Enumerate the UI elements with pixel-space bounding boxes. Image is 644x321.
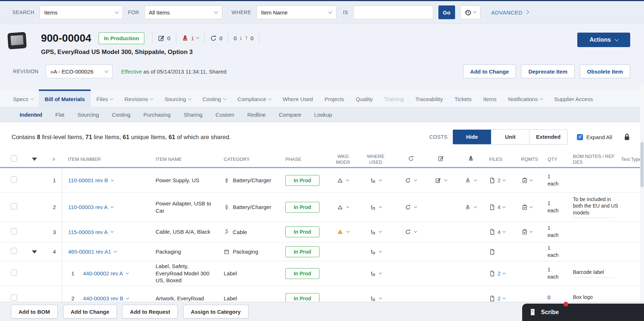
subtab-purchasing[interactable]: Purchasing [137, 112, 177, 118]
scrollbar-thumb[interactable] [640, 142, 644, 187]
where-used-cell[interactable] [355, 249, 396, 255]
tab-specs[interactable]: Specs [7, 89, 39, 107]
search-value-input[interactable] [353, 5, 433, 19]
subtab-sourcing[interactable]: Sourcing [71, 112, 106, 118]
requirements-cell[interactable] [518, 229, 546, 235]
tab-tickets[interactable]: Tickets [449, 89, 478, 107]
add-to-change-button[interactable]: Add to Change [63, 305, 117, 318]
tab-quality[interactable]: Quality [350, 89, 379, 107]
files-cell[interactable] [486, 249, 518, 255]
requirements-cell[interactable] [518, 178, 546, 183]
subtab-lookup[interactable]: Lookup [308, 112, 339, 118]
quantity-cell[interactable]: 1each [546, 173, 573, 187]
item-number-link[interactable]: 110-00001 rev B [68, 177, 108, 183]
row-checkbox[interactable] [11, 228, 17, 234]
tab-where-used[interactable]: Where Used [277, 89, 319, 107]
row-checkbox[interactable] [11, 203, 17, 209]
search-field-select[interactable]: Item Name [256, 5, 337, 19]
tab-traceability[interactable]: Traceability [409, 89, 449, 107]
tab-files[interactable]: Files [91, 89, 119, 107]
bom-notes-cell[interactable]: To be included in both the EU and US mod… [573, 196, 621, 218]
deprecate-item-button[interactable]: Deprecate Item [521, 64, 575, 78]
stamp-cell[interactable] [456, 178, 486, 183]
refresh-cell[interactable] [396, 204, 426, 210]
files-cell[interactable]: 2 [486, 295, 518, 301]
collapse-all-toggle[interactable] [32, 158, 37, 161]
stamp-cell[interactable] [456, 204, 486, 210]
lock-icon[interactable] [623, 133, 631, 141]
quantity-cell[interactable]: 1each [546, 245, 573, 259]
changes-indicator[interactable]: 0 [210, 35, 222, 42]
row-checkbox[interactable] [11, 270, 17, 276]
scribe-widget[interactable]: Scribe [522, 304, 644, 321]
working-mods-cell[interactable] [331, 204, 355, 210]
quantity-cell[interactable]: 1each [546, 225, 573, 239]
search-scope-select[interactable]: Items [40, 5, 123, 19]
redlines-indicator[interactable]: 0 [158, 35, 170, 42]
item-number-link[interactable]: 465-00001 rev A1 [68, 249, 111, 255]
collapse-row-toggle[interactable] [32, 250, 37, 254]
tab-projects[interactable]: Projects [319, 89, 350, 107]
refresh-cell[interactable] [396, 229, 426, 235]
bom-notes-cell[interactable]: Box logo [573, 294, 621, 303]
item-number-link[interactable]: 440-00002 rev A [83, 270, 123, 276]
costs-hide-button[interactable]: Hide [453, 130, 491, 144]
tab-items[interactable]: Items [478, 89, 503, 107]
subtab-custom[interactable]: Custom [209, 112, 241, 118]
select-all-checkbox[interactable] [11, 155, 17, 162]
where-used-cell[interactable] [355, 204, 396, 210]
where-used-cell[interactable] [355, 229, 396, 235]
where-used-cell[interactable] [355, 271, 396, 276]
files-cell[interactable]: 4 [486, 229, 518, 235]
files-cell[interactable]: 2 [486, 177, 518, 183]
tab-bill-of-materials[interactable]: Bill of Materials [39, 89, 91, 107]
edit-cell[interactable] [426, 178, 456, 183]
advanced-link[interactable]: ADVANCED [491, 9, 528, 16]
tab-notifications[interactable]: Notifications [502, 89, 548, 107]
expand-all-checkbox[interactable]: Expand All [577, 134, 612, 140]
approvals-indicator[interactable]: 1 [182, 35, 199, 42]
search-history-button[interactable] [460, 5, 480, 19]
tab-supplier-access[interactable]: Supplier Access [548, 89, 599, 107]
item-number-link[interactable]: 115-00003 rev A [68, 229, 108, 235]
working-mods-cell[interactable] [331, 229, 355, 235]
working-mods-cell[interactable] [331, 178, 355, 183]
tab-compliance[interactable]: Compliance [232, 89, 277, 107]
refresh-cell[interactable] [396, 178, 426, 183]
bom-notes-cell[interactable]: Barcode label [573, 269, 621, 278]
files-cell[interactable]: 4 [486, 204, 518, 210]
files-cell[interactable]: 2 [486, 270, 518, 276]
costs-extended-button[interactable]: Extended [529, 130, 567, 144]
subtab-sharing[interactable]: Sharing [177, 112, 209, 118]
row-checkbox[interactable] [11, 248, 17, 254]
actions-button[interactable]: Actions [577, 33, 630, 47]
go-button[interactable]: Go [438, 5, 455, 19]
row-checkbox[interactable] [11, 295, 17, 301]
quantity-cell[interactable]: 0 [546, 294, 573, 303]
subtab-compare[interactable]: Compare [272, 112, 308, 118]
obsolete-item-button[interactable]: Obsolete Item [580, 64, 630, 78]
vertical-scrollbar[interactable] [640, 84, 644, 302]
row-checkbox[interactable] [11, 176, 17, 183]
quantity-cell[interactable]: 1each [546, 266, 573, 280]
subtab-costing[interactable]: Costing [106, 112, 137, 118]
where-used-cell[interactable] [355, 178, 396, 183]
subtab-redline[interactable]: Redline [241, 112, 272, 118]
assign-to-category-button[interactable]: Assign to Category [183, 305, 248, 318]
tab-sourcing[interactable]: Sourcing [159, 89, 197, 107]
add-to-request-button[interactable]: Add to Request [122, 305, 178, 318]
tab-costing[interactable]: Costing [197, 89, 231, 107]
item-number-link[interactable]: 440-00003 rev B [83, 295, 123, 301]
where-used-cell[interactable] [355, 296, 396, 301]
costs-unit-button[interactable]: Unit [491, 130, 529, 144]
item-number-link[interactable]: 110-00003 rev A [68, 204, 108, 210]
transfer-indicator[interactable]: 0 ↓ ↑ 0 [234, 34, 253, 42]
item-thumbnail[interactable] [8, 33, 28, 50]
subtab-flat[interactable]: Flat [49, 112, 71, 118]
add-to-bom-button[interactable]: Add to BOM [11, 305, 58, 318]
revision-select[interactable]: »A - ECO-000026 [46, 64, 112, 78]
search-target-select[interactable]: All Items [144, 5, 222, 19]
quantity-cell[interactable]: 1each [546, 200, 573, 214]
requirements-cell[interactable] [518, 204, 546, 210]
add-to-change-button[interactable]: Add to Change [463, 64, 516, 78]
